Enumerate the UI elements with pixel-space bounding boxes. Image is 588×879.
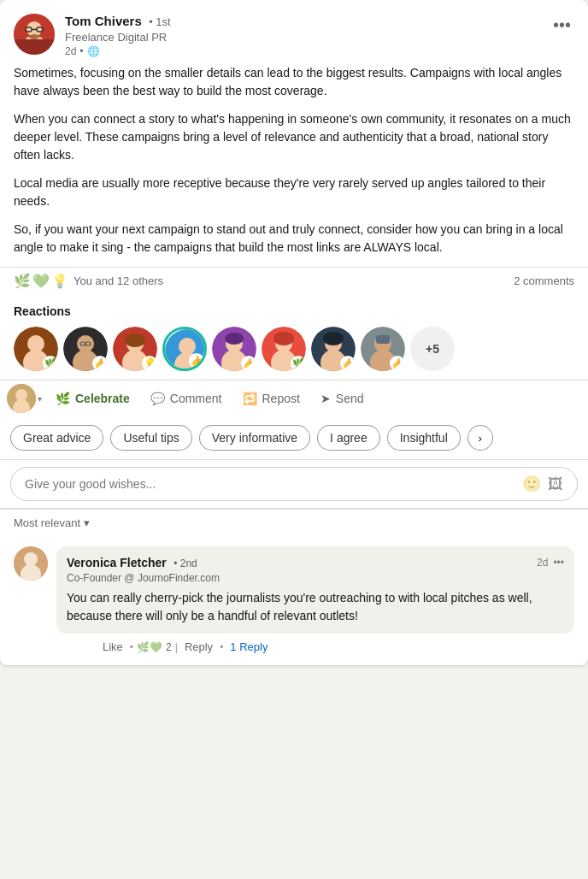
action-bar: ▾ 🌿 Celebrate 💬 Comment 🔁 Repost ➤ Send — [0, 380, 588, 416]
author-avatar-img — [14, 14, 55, 55]
reactor-8[interactable]: 👍 — [361, 327, 405, 371]
quick-reply-useful-tips[interactable]: Useful tips — [110, 425, 191, 451]
repost-button[interactable]: 🔁 Repost — [232, 385, 310, 412]
reaction-badge-6: 🌿 — [291, 356, 306, 371]
quick-reply-i-agree[interactable]: I agree — [317, 425, 380, 451]
send-label: Send — [336, 392, 364, 405]
svg-point-30 — [273, 332, 294, 345]
repost-icon: 🔁 — [243, 392, 257, 405]
reactions-text[interactable]: You and 12 others — [74, 274, 163, 287]
comment-subtitle: Co-Founder @ JournoFinder.com — [67, 572, 564, 584]
svg-point-19 — [125, 333, 145, 347]
like-emoji: 🌿💚 — [137, 641, 162, 653]
comments-count[interactable]: 2 comments — [514, 274, 574, 287]
reaction-badge-1: 🌿 — [43, 356, 58, 371]
post-content: Sometimes, focusing on the smaller detai… — [0, 64, 588, 267]
reaction-badge-4: 👍 — [189, 353, 204, 369]
quick-reply-very-informative[interactable]: Very informative — [199, 425, 310, 451]
post-meta: 2d • 🌐 — [65, 45, 574, 57]
reaction-badge-2: 👍 — [92, 356, 108, 371]
reactor-3[interactable]: 💡 — [113, 327, 157, 371]
comment-author-info: Veronica Fletcher • 2nd — [67, 555, 197, 570]
author-avatar — [14, 14, 55, 55]
reactions-label: Reactions — [14, 304, 574, 318]
svg-point-7 — [29, 34, 39, 39]
post-paragraph-2: When you can connect a story to what's h… — [14, 110, 574, 164]
reaction-emoji-3: 💡 — [51, 273, 68, 289]
svg-rect-38 — [376, 335, 390, 344]
like-button[interactable]: Like — [99, 639, 126, 655]
dot: • — [79, 45, 83, 57]
svg-point-26 — [225, 333, 244, 345]
svg-rect-3 — [14, 39, 55, 55]
post-time: 2d — [65, 45, 76, 57]
reactions-summary: 🌿 💚 💡 You and 12 others 2 comments — [0, 267, 588, 294]
comment-degree: • 2nd — [173, 557, 197, 569]
sort-dropdown[interactable]: Most relevant ▾ — [14, 516, 574, 529]
author-info: Tom Chivers • 1st Freelance Digital PR 2… — [65, 14, 574, 57]
comment-time: 2d ••• — [537, 557, 564, 569]
comment-text: You can really cherry-pick the journalis… — [67, 589, 564, 625]
quick-reply-great-advice[interactable]: Great advice — [10, 425, 103, 451]
comment-item: Veronica Fletcher • 2nd 2d ••• Co-Founde… — [14, 546, 574, 655]
image-button[interactable]: 🖼 — [548, 475, 563, 493]
reply-button[interactable]: Reply — [181, 639, 216, 655]
dot-2: | — [175, 641, 178, 653]
reactor-5[interactable]: 👍 — [212, 327, 256, 371]
globe-icon: 🌐 — [87, 45, 100, 57]
reactor-1[interactable]: 🌿 — [14, 327, 58, 371]
commenter-avatar[interactable] — [14, 546, 48, 581]
comment-timestamp: 2d — [537, 557, 548, 569]
send-button[interactable]: ➤ Send — [310, 385, 374, 412]
dot-1: • — [130, 641, 133, 653]
author-name[interactable]: Tom Chivers — [65, 14, 142, 28]
send-icon: ➤ — [320, 392, 331, 405]
comment-label: Comment — [170, 392, 222, 405]
celebrate-button[interactable]: 🌿 Celebrate — [45, 385, 140, 412]
current-user-avatar — [7, 384, 36, 413]
view-replies-button[interactable]: 1 Reply — [226, 639, 271, 655]
reaction-badge-5: 👍 — [241, 356, 256, 371]
comment-content: Veronica Fletcher • 2nd 2d ••• Co-Founde… — [56, 546, 574, 655]
dot-3: • — [220, 641, 223, 653]
author-name-row: Tom Chivers • 1st — [65, 14, 574, 29]
more-options-button[interactable]: ••• — [546, 12, 578, 38]
reaction-icons: 🌿 💚 💡 You and 12 others — [14, 273, 163, 289]
celebrate-icon: 🌿 — [56, 392, 70, 405]
comments-section: Veronica Fletcher • 2nd 2d ••• Co-Founde… — [0, 546, 588, 655]
scroll-right-button[interactable]: › — [467, 425, 493, 451]
comment-input-area: 🙂 🖼 — [0, 459, 588, 508]
comment-icon: 💬 — [150, 392, 165, 405]
comment-more-icon[interactable]: ••• — [553, 557, 564, 569]
reactor-6[interactable]: 🌿 — [262, 327, 306, 371]
comment-input[interactable] — [25, 477, 522, 491]
quick-reply-insightful[interactable]: Insightful — [387, 425, 461, 451]
reactor-7[interactable]: 👍 — [311, 327, 356, 371]
emoji-button[interactable]: 🙂 — [522, 475, 541, 493]
comment-button[interactable]: 💬 Comment — [140, 385, 232, 412]
reactions-section: Reactions 🌿 👍 — [0, 294, 588, 371]
comment-author-name[interactable]: Veronica Fletcher — [67, 556, 167, 569]
post-card: Tom Chivers • 1st Freelance Digital PR 2… — [0, 0, 588, 665]
sort-label-text: Most relevant — [14, 516, 80, 529]
comment-author-row: Veronica Fletcher • 2nd 2d ••• — [67, 555, 564, 570]
reactor-2[interactable]: 👍 — [63, 327, 108, 371]
sort-arrow-icon: ▾ — [84, 516, 90, 529]
more-reactors[interactable]: +5 — [410, 327, 455, 371]
avatar-dropdown-arrow[interactable]: ▾ — [38, 394, 42, 404]
reaction-badge-7: 👍 — [340, 356, 356, 371]
svg-point-43 — [24, 552, 38, 566]
reaction-badge-3: 💡 — [142, 356, 157, 371]
author-degree: • 1st — [149, 15, 171, 28]
like-count: 🌿💚 2 — [137, 641, 172, 653]
post-header: Tom Chivers • 1st Freelance Digital PR 2… — [0, 0, 588, 64]
reactor-4[interactable]: 👍 — [162, 327, 207, 371]
reaction-emoji-2: 💚 — [32, 273, 50, 289]
comment-bubble: Veronica Fletcher • 2nd 2d ••• Co-Founde… — [56, 546, 574, 634]
celebrate-label: Celebrate — [75, 392, 130, 405]
reaction-badge-8: 👍 — [390, 356, 405, 371]
comment-input-wrapper[interactable]: 🙂 🖼 — [10, 467, 578, 501]
post-paragraph-3: Local media are usually more receptive b… — [14, 174, 574, 210]
post-paragraph-4: So, if you want your next campaign to st… — [14, 221, 574, 257]
comment-icons: 🙂 🖼 — [522, 475, 563, 493]
